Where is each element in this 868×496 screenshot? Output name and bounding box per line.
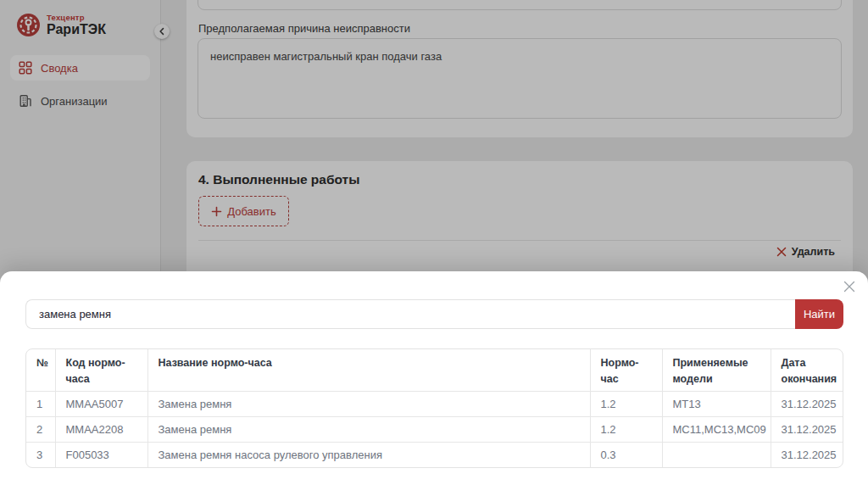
cell-code: MMAA2208 xyxy=(55,416,147,442)
cell-number: 2 xyxy=(26,416,55,442)
cell-code: F005033 xyxy=(55,442,147,467)
cell-number: 1 xyxy=(26,391,55,416)
cell-normhour: 1.2 xyxy=(590,391,662,416)
cell-normhour: 1.2 xyxy=(590,416,662,442)
table-row[interactable]: 2 MMAA2208 Замена ремня 1.2 MC11,MC13,MC… xyxy=(26,416,843,442)
table-row[interactable]: 3 F005033 Замена ремня насоса рулевого у… xyxy=(26,442,843,467)
cell-code: MMAA5007 xyxy=(55,391,147,416)
modal-close-button[interactable] xyxy=(841,278,858,295)
close-icon xyxy=(843,280,856,293)
cell-enddate: 31.12.2025 xyxy=(771,442,843,467)
norm-hours-table: № Код нормо-часа Название нормо-часа Нор… xyxy=(25,348,843,468)
search-button[interactable]: Найти xyxy=(795,299,843,329)
cell-enddate: 31.12.2025 xyxy=(771,391,843,416)
cell-name: Замена ремня xyxy=(147,391,590,416)
col-header-name: Название нормо-часа xyxy=(147,349,590,391)
col-header-models: Применяемые модели xyxy=(662,349,771,391)
table-header-row: № Код нормо-часа Название нормо-часа Нор… xyxy=(26,349,843,391)
cell-name: Замена ремня xyxy=(147,416,590,442)
norm-hour-picker-modal: Найти № Код нормо-часа Название нормо-ча… xyxy=(0,271,868,496)
cell-normhour: 0.3 xyxy=(590,442,662,467)
col-header-enddate: Дата окончания xyxy=(771,349,843,391)
search-input[interactable] xyxy=(25,299,795,329)
col-header-number: № xyxy=(26,349,55,391)
cell-number: 3 xyxy=(26,442,55,467)
col-header-normhour: Нормо-час xyxy=(590,349,662,391)
cell-models xyxy=(662,442,771,467)
table-row[interactable]: 1 MMAA5007 Замена ремня 1.2 MT13 31.12.2… xyxy=(26,391,843,416)
search-bar: Найти xyxy=(25,299,843,329)
cell-models: MT13 xyxy=(662,391,771,416)
cell-name: Замена ремня насоса рулевого управления xyxy=(147,442,590,467)
cell-models: MC11,MC13,MC09 xyxy=(662,416,771,442)
cell-enddate: 31.12.2025 xyxy=(771,416,843,442)
col-header-code: Код нормо-часа xyxy=(55,349,147,391)
